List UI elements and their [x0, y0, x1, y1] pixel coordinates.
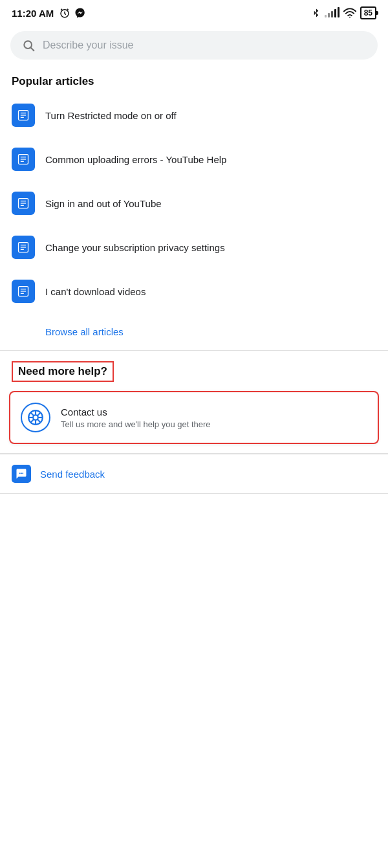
svg-point-27: [33, 415, 38, 420]
article-text: Change your subscription privacy setting…: [45, 241, 225, 254]
list-item[interactable]: Change your subscription privacy setting…: [0, 225, 388, 269]
document-icon: [17, 285, 30, 298]
article-icon: [12, 104, 35, 127]
browse-all-link[interactable]: Browse all articles: [0, 320, 388, 350]
messenger-icon: [74, 7, 86, 19]
contact-us-subtitle: Tell us more and we'll help you get ther…: [61, 419, 211, 429]
list-item[interactable]: Turn Restricted mode on or off: [0, 93, 388, 137]
svg-point-3: [349, 17, 350, 18]
bluetooth-icon: [312, 7, 321, 19]
svg-line-35: [30, 419, 34, 423]
article-text: Sign in and out of YouTube: [45, 197, 162, 210]
svg-line-33: [38, 419, 41, 423]
article-icon: [12, 192, 35, 215]
need-more-help-section: Need more help? Contact us: [0, 351, 388, 444]
divider-3: [0, 493, 388, 494]
wifi-icon: [343, 8, 356, 18]
article-icon: [12, 148, 35, 171]
support-wheel-icon: [27, 409, 44, 426]
search-placeholder: Describe your issue: [43, 39, 134, 51]
article-text: Common uploading errors - YouTube Help: [45, 153, 226, 166]
battery-percent: 85: [364, 8, 372, 17]
list-item[interactable]: Common uploading errors - YouTube Help: [0, 137, 388, 181]
svg-line-34: [38, 412, 41, 416]
svg-line-1: [61, 9, 62, 10]
time-display: 11:20 AM: [12, 8, 54, 19]
signal-icon: [325, 8, 339, 17]
contact-us-title: Contact us: [61, 406, 211, 417]
status-right: 85: [312, 6, 376, 19]
list-item[interactable]: I can't download videos: [0, 269, 388, 313]
contact-us-icon: [21, 403, 50, 432]
document-icon: [17, 153, 30, 166]
section-title: Popular articles: [0, 69, 388, 93]
contact-text-group: Contact us Tell us more and we'll help y…: [61, 406, 211, 429]
document-icon: [17, 197, 30, 210]
svg-line-5: [31, 48, 34, 51]
feedback-speech-icon: [16, 468, 27, 480]
list-item[interactable]: Sign in and out of YouTube: [0, 181, 388, 225]
status-icons-left: [59, 7, 86, 19]
search-bar[interactable]: Describe your issue: [10, 31, 378, 60]
article-text: Turn Restricted mode on or off: [45, 109, 177, 122]
document-icon: [17, 109, 30, 122]
article-icon: [12, 236, 35, 259]
article-list: Turn Restricted mode on or off Common up…: [0, 93, 388, 320]
svg-point-38: [22, 473, 23, 474]
document-icon: [17, 241, 30, 254]
svg-point-36: [19, 473, 21, 474]
contact-card-wrapper: Contact us Tell us more and we'll help y…: [9, 391, 379, 444]
search-icon: [22, 39, 35, 52]
contact-us-card[interactable]: Contact us Tell us more and we'll help y…: [10, 392, 378, 443]
article-icon: [12, 280, 35, 303]
svg-line-32: [30, 412, 34, 416]
feedback-label: Send feedback: [40, 469, 105, 480]
send-feedback-row[interactable]: Send feedback: [0, 454, 388, 493]
alarm-icon: [59, 7, 70, 19]
need-more-help-title: Need more help?: [12, 361, 114, 382]
battery-icon: 85: [360, 6, 376, 19]
status-left: 11:20 AM: [12, 7, 86, 19]
svg-point-37: [21, 473, 22, 474]
feedback-icon: [12, 465, 31, 483]
popular-articles-section: Popular articles Turn Restricted mode on…: [0, 69, 388, 350]
search-container: Describe your issue: [0, 25, 388, 69]
svg-line-2: [67, 9, 69, 10]
article-text: I can't download videos: [45, 285, 146, 298]
status-bar: 11:20 AM: [0, 0, 388, 25]
